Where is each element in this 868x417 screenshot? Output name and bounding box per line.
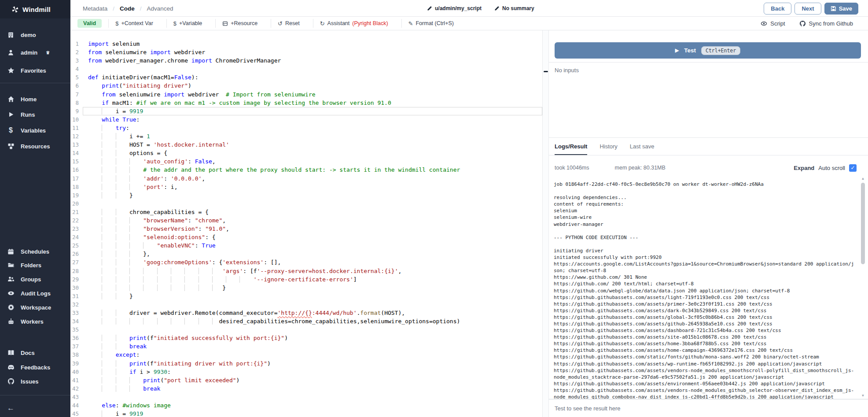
code-line[interactable]: if i > 9930:: [83, 368, 542, 376]
code-line[interactable]: def initiateDriver(macM1=False):: [83, 73, 542, 81]
code-line[interactable]: else: #windows image: [83, 401, 542, 410]
test-button[interactable]: ▶ Test Ctrl+Enter: [555, 42, 861, 59]
tab-logs-result[interactable]: Logs/Result: [555, 143, 587, 155]
code-lines[interactable]: import seleniumfrom seleniumwire import …: [83, 30, 542, 417]
sidebar-item-user[interactable]: admin ♛: [7, 47, 69, 58]
tab-history[interactable]: History: [600, 143, 617, 155]
add-variable-button[interactable]: $ +Variable: [166, 19, 209, 28]
sidebar-item-variables[interactable]: $ Variables: [7, 125, 69, 136]
next-button[interactable]: Next: [794, 3, 821, 15]
code-line[interactable]: '--ignore-certificate-errors']: [83, 275, 542, 284]
sync-from-github-button[interactable]: Sync from Github: [799, 20, 853, 27]
sidebar-item-groups[interactable]: Groups: [7, 273, 69, 285]
add-resource-button[interactable]: +Resource: [215, 19, 264, 28]
code-line[interactable]: 'addr': '0.0.0.0',: [83, 174, 542, 183]
sidebar-item-issues[interactable]: Issues: [7, 376, 69, 387]
log-line: https://github.githubassets.com/assets/g…: [554, 314, 855, 321]
pencil-icon: [427, 6, 432, 11]
code-line[interactable]: break: [83, 342, 542, 351]
code-line[interactable]: from seleniumwire import webdriver: [83, 48, 542, 56]
sidebar-item-favorites[interactable]: Favorites: [7, 65, 69, 76]
code-line[interactable]: from seleniumwire import webdriver # Imp…: [83, 90, 542, 99]
code-line[interactable]: }: [83, 191, 542, 199]
code-line[interactable]: i = 9919: [83, 410, 542, 417]
code-line[interactable]: "enableVNC": True: [83, 241, 542, 250]
code-line[interactable]: print(f"initiated successfully with port…: [83, 334, 542, 342]
panel-splitter[interactable]: [542, 30, 549, 417]
assistant-button[interactable]: ↻ Assistant (Pyright Black): [313, 19, 395, 28]
sidebar-item-workspace[interactable]: demo: [7, 29, 69, 41]
scroll-up-icon[interactable]: ▲: [860, 177, 866, 181]
sidebar-item-resources[interactable]: Resources: [7, 140, 69, 152]
code-line[interactable]: while True:: [83, 115, 542, 124]
code-line[interactable]: [83, 65, 542, 73]
code-line[interactable]: [83, 325, 542, 334]
sidebar-item-folders[interactable]: Folders: [7, 259, 69, 271]
log-line: [554, 241, 855, 247]
code-line[interactable]: # the addr and the port where the proxy …: [83, 166, 542, 174]
script-kind-button[interactable]: Script: [761, 20, 785, 27]
save-button[interactable]: Save: [824, 3, 858, 15]
code-line[interactable]: i += 1: [83, 132, 542, 140]
sidebar: Windmill demo admin ♛ Favorites: [0, 0, 70, 417]
code-line[interactable]: [83, 199, 542, 208]
logs-output[interactable]: job 01864aff-22dd-cf40-f0c5-0ec8e9b50c70…: [554, 181, 855, 399]
tab-metadata[interactable]: Metadata: [83, 5, 107, 12]
tab-code[interactable]: Code: [120, 5, 135, 12]
code-line[interactable]: },: [83, 250, 542, 258]
log-line: https://github.githubassets.com/assets/v…: [554, 367, 855, 380]
expand-button[interactable]: Expand: [794, 165, 814, 171]
code-editor[interactable]: 1234567891011121314151617181920212223242…: [70, 30, 542, 417]
code-line[interactable]: 'goog:chromeOptions': {'extensions': [],: [83, 258, 542, 266]
code-line[interactable]: print("port limit exceeded"): [83, 376, 542, 384]
sidebar-item-home[interactable]: Home: [7, 93, 69, 105]
tab-last-save[interactable]: Last save: [630, 143, 655, 155]
code-line[interactable]: [83, 300, 542, 309]
sidebar-item-feedbacks[interactable]: Feedbacks: [7, 362, 69, 373]
code-line[interactable]: options = {: [83, 149, 542, 157]
code-line[interactable]: driver = webdriver.Remote(command_execut…: [83, 309, 542, 317]
sidebar-item-runs[interactable]: Runs: [7, 109, 69, 120]
scrollbar-thumb[interactable]: [861, 183, 865, 264]
back-button[interactable]: Back: [764, 3, 791, 15]
code-line[interactable]: 'port': i,: [83, 183, 542, 191]
autoscroll-checkbox[interactable]: ✓: [849, 164, 857, 172]
code-line[interactable]: [83, 393, 542, 401]
code-line[interactable]: "selenoid:options": {: [83, 233, 542, 241]
script-path-edit[interactable]: u/admin/my_script: [427, 0, 482, 17]
sidebar-item-workers[interactable]: Workers: [7, 316, 69, 327]
code-line[interactable]: HOST = 'host.docker.internal': [83, 140, 542, 149]
log-line: https://github.githubassets.com/assets/e…: [554, 380, 855, 387]
logs-scrollbar[interactable]: ▲ ▼: [860, 177, 866, 398]
add-context-var-button[interactable]: $ +Context Var: [108, 19, 160, 28]
code-line[interactable]: "browserVersion": "91.0",: [83, 225, 542, 233]
reset-button[interactable]: ↺ Reset: [271, 19, 306, 28]
code-line[interactable]: try:: [83, 124, 542, 132]
code-line[interactable]: import selenium: [83, 40, 542, 48]
tab-advanced[interactable]: Advanced: [147, 5, 173, 12]
code-line[interactable]: print(f"initiating driver with port:{i}"…: [83, 359, 542, 368]
code-line[interactable]: from webdriver_manager.chrome import Chr…: [83, 56, 542, 65]
format-button[interactable]: ✎ Format (Ctrl+S): [401, 19, 460, 28]
code-line[interactable]: i = 9919: [83, 107, 542, 115]
code-line[interactable]: chrome_capabilities = {: [83, 208, 542, 216]
code-line[interactable]: }: [83, 292, 542, 300]
code-line[interactable]: }: [83, 284, 542, 292]
code-line[interactable]: 'auto_config': False,: [83, 157, 542, 166]
scroll-down-icon[interactable]: ▼: [860, 394, 866, 398]
windmill-logo[interactable]: Windmill: [0, 0, 70, 18]
code-line[interactable]: if macM1: #if we are on mac m1 -> custom…: [83, 99, 542, 107]
sidebar-item-docs[interactable]: Docs: [7, 347, 69, 358]
sidebar-item-audit-logs[interactable]: Audit Logs: [7, 288, 69, 299]
script-summary-edit[interactable]: No summary: [494, 0, 534, 17]
code-line[interactable]: desired_capabilities=chrome_capabilities…: [83, 317, 542, 325]
code-line[interactable]: 'args': [f'--proxy-server=host.docker.in…: [83, 267, 542, 275]
code-line[interactable]: "browserName": "chrome",: [83, 216, 542, 225]
code-line[interactable]: print("initiating driver"): [83, 81, 542, 90]
collapse-sidebar-button[interactable]: ←: [7, 402, 69, 414]
code-line[interactable]: except:: [83, 351, 542, 359]
sidebar-item-workspace-settings[interactable]: Workspace: [7, 302, 69, 313]
code-line[interactable]: break: [83, 384, 542, 393]
sidebar-item-schedules[interactable]: Schedules: [7, 246, 69, 257]
splitter-handle-icon: [544, 71, 548, 72]
